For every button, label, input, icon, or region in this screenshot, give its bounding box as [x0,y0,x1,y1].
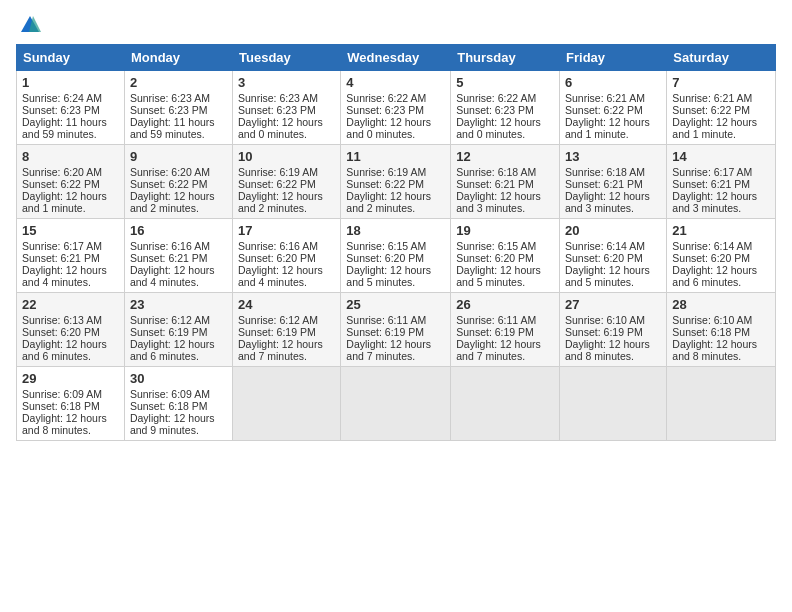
calendar-cell: 13Sunrise: 6:18 AMSunset: 6:21 PMDayligh… [560,145,667,219]
sunset-text: Sunset: 6:21 PM [565,178,643,190]
day-number: 23 [130,297,227,312]
sunset-text: Sunset: 6:23 PM [238,104,316,116]
sunrise-text: Sunrise: 6:21 AM [565,92,645,104]
calendar-week-row: 15Sunrise: 6:17 AMSunset: 6:21 PMDayligh… [17,219,776,293]
calendar-cell: 20Sunrise: 6:14 AMSunset: 6:20 PMDayligh… [560,219,667,293]
calendar-cell: 5Sunrise: 6:22 AMSunset: 6:23 PMDaylight… [451,71,560,145]
sunset-text: Sunset: 6:22 PM [238,178,316,190]
daylight-text: Daylight: 12 hours and 9 minutes. [130,412,215,436]
sunrise-text: Sunrise: 6:20 AM [130,166,210,178]
daylight-text: Daylight: 12 hours and 7 minutes. [456,338,541,362]
sunset-text: Sunset: 6:23 PM [456,104,534,116]
weekday-header: Sunday [17,45,125,71]
sunset-text: Sunset: 6:22 PM [672,104,750,116]
daylight-text: Daylight: 12 hours and 1 minute. [565,116,650,140]
daylight-text: Daylight: 12 hours and 0 minutes. [238,116,323,140]
day-number: 11 [346,149,445,164]
calendar-header-row: SundayMondayTuesdayWednesdayThursdayFrid… [17,45,776,71]
sunrise-text: Sunrise: 6:13 AM [22,314,102,326]
sunset-text: Sunset: 6:20 PM [672,252,750,264]
daylight-text: Daylight: 12 hours and 1 minute. [22,190,107,214]
sunrise-text: Sunrise: 6:21 AM [672,92,752,104]
day-number: 17 [238,223,335,238]
calendar-cell: 29Sunrise: 6:09 AMSunset: 6:18 PMDayligh… [17,367,125,441]
daylight-text: Daylight: 12 hours and 5 minutes. [456,264,541,288]
sunrise-text: Sunrise: 6:19 AM [346,166,426,178]
sunrise-text: Sunrise: 6:18 AM [456,166,536,178]
daylight-text: Daylight: 12 hours and 0 minutes. [346,116,431,140]
calendar-week-row: 22Sunrise: 6:13 AMSunset: 6:20 PMDayligh… [17,293,776,367]
daylight-text: Daylight: 12 hours and 4 minutes. [238,264,323,288]
sunrise-text: Sunrise: 6:14 AM [565,240,645,252]
sunrise-text: Sunrise: 6:09 AM [22,388,102,400]
calendar-cell: 4Sunrise: 6:22 AMSunset: 6:23 PMDaylight… [341,71,451,145]
sunset-text: Sunset: 6:19 PM [346,326,424,338]
day-number: 9 [130,149,227,164]
calendar-cell: 8Sunrise: 6:20 AMSunset: 6:22 PMDaylight… [17,145,125,219]
sunset-text: Sunset: 6:23 PM [130,104,208,116]
calendar-cell: 28Sunrise: 6:10 AMSunset: 6:18 PMDayligh… [667,293,776,367]
calendar-cell: 24Sunrise: 6:12 AMSunset: 6:19 PMDayligh… [233,293,341,367]
daylight-text: Daylight: 12 hours and 2 minutes. [238,190,323,214]
weekday-header: Saturday [667,45,776,71]
daylight-text: Daylight: 11 hours and 59 minutes. [22,116,107,140]
calendar-cell: 22Sunrise: 6:13 AMSunset: 6:20 PMDayligh… [17,293,125,367]
sunset-text: Sunset: 6:20 PM [238,252,316,264]
daylight-text: Daylight: 12 hours and 3 minutes. [456,190,541,214]
weekday-header: Friday [560,45,667,71]
daylight-text: Daylight: 12 hours and 1 minute. [672,116,757,140]
day-number: 22 [22,297,119,312]
day-number: 5 [456,75,554,90]
day-number: 3 [238,75,335,90]
daylight-text: Daylight: 11 hours and 59 minutes. [130,116,215,140]
calendar-cell: 23Sunrise: 6:12 AMSunset: 6:19 PMDayligh… [124,293,232,367]
day-number: 4 [346,75,445,90]
sunrise-text: Sunrise: 6:19 AM [238,166,318,178]
daylight-text: Daylight: 12 hours and 6 minutes. [22,338,107,362]
day-number: 6 [565,75,661,90]
sunset-text: Sunset: 6:23 PM [346,104,424,116]
daylight-text: Daylight: 12 hours and 6 minutes. [672,264,757,288]
sunset-text: Sunset: 6:23 PM [22,104,100,116]
sunrise-text: Sunrise: 6:11 AM [346,314,426,326]
daylight-text: Daylight: 12 hours and 0 minutes. [456,116,541,140]
sunrise-text: Sunrise: 6:24 AM [22,92,102,104]
day-number: 27 [565,297,661,312]
day-number: 20 [565,223,661,238]
calendar-cell [667,367,776,441]
sunset-text: Sunset: 6:21 PM [672,178,750,190]
calendar-cell: 21Sunrise: 6:14 AMSunset: 6:20 PMDayligh… [667,219,776,293]
day-number: 2 [130,75,227,90]
sunrise-text: Sunrise: 6:22 AM [456,92,536,104]
day-number: 30 [130,371,227,386]
page-header [16,16,776,36]
day-number: 25 [346,297,445,312]
calendar-week-row: 8Sunrise: 6:20 AMSunset: 6:22 PMDaylight… [17,145,776,219]
daylight-text: Daylight: 12 hours and 5 minutes. [346,264,431,288]
sunrise-text: Sunrise: 6:17 AM [22,240,102,252]
calendar-cell: 14Sunrise: 6:17 AMSunset: 6:21 PMDayligh… [667,145,776,219]
calendar-cell: 17Sunrise: 6:16 AMSunset: 6:20 PMDayligh… [233,219,341,293]
sunrise-text: Sunrise: 6:09 AM [130,388,210,400]
daylight-text: Daylight: 12 hours and 2 minutes. [346,190,431,214]
sunset-text: Sunset: 6:21 PM [130,252,208,264]
sunrise-text: Sunrise: 6:15 AM [456,240,536,252]
calendar-cell [451,367,560,441]
calendar-cell: 30Sunrise: 6:09 AMSunset: 6:18 PMDayligh… [124,367,232,441]
daylight-text: Daylight: 12 hours and 3 minutes. [565,190,650,214]
day-number: 1 [22,75,119,90]
sunrise-text: Sunrise: 6:12 AM [130,314,210,326]
calendar-cell: 9Sunrise: 6:20 AMSunset: 6:22 PMDaylight… [124,145,232,219]
calendar-cell: 19Sunrise: 6:15 AMSunset: 6:20 PMDayligh… [451,219,560,293]
daylight-text: Daylight: 12 hours and 6 minutes. [130,338,215,362]
day-number: 21 [672,223,770,238]
sunset-text: Sunset: 6:22 PM [565,104,643,116]
daylight-text: Daylight: 12 hours and 2 minutes. [130,190,215,214]
sunset-text: Sunset: 6:22 PM [130,178,208,190]
calendar-cell [233,367,341,441]
sunset-text: Sunset: 6:20 PM [346,252,424,264]
sunset-text: Sunset: 6:19 PM [565,326,643,338]
daylight-text: Daylight: 12 hours and 5 minutes. [565,264,650,288]
day-number: 26 [456,297,554,312]
daylight-text: Daylight: 12 hours and 4 minutes. [22,264,107,288]
